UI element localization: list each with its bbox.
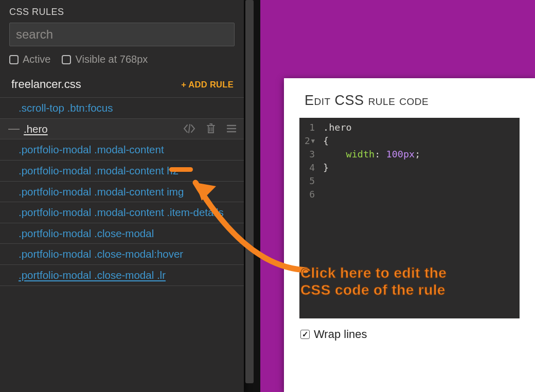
rule-selector: .portfolio-modal .modal-content .item-de… bbox=[19, 206, 237, 219]
rule-item[interactable]: .portfolio-modal .close-modal .lr bbox=[0, 264, 244, 286]
trash-icon[interactable] bbox=[206, 123, 216, 134]
stylesheet-name[interactable]: freelancer.css bbox=[11, 78, 81, 91]
rule-selector: .hero bbox=[24, 122, 183, 136]
code-icon[interactable] bbox=[183, 123, 195, 134]
rule-item[interactable]: .scroll-top .btn:focus bbox=[0, 97, 244, 118]
rule-item[interactable]: .portfolio-modal .close-modal bbox=[0, 223, 244, 244]
add-rule-button[interactable]: + ADD RULE bbox=[181, 80, 234, 90]
wrap-lines-checkbox[interactable]: ✓ bbox=[300, 330, 310, 339]
sheet-header: freelancer.css + ADD RULE bbox=[0, 74, 244, 97]
code-token-colon: : bbox=[374, 149, 386, 159]
rule-item[interactable]: .portfolio-modal .close-modal:hover bbox=[0, 243, 244, 264]
fold-icon[interactable]: ▼ bbox=[311, 134, 315, 148]
rule-selector: .portfolio-modal .modal-content h2 bbox=[19, 164, 237, 177]
checkbox-visible[interactable] bbox=[62, 55, 71, 64]
code-token-brace: { bbox=[323, 135, 329, 146]
filter-active-label: Active bbox=[23, 54, 50, 65]
rule-item[interactable]: .portfolio-modal .modal-content h2 bbox=[0, 160, 244, 181]
annotation-highlight-bar bbox=[169, 167, 193, 172]
annotation-line-2: CSS code of the rule bbox=[300, 282, 445, 298]
wrap-lines-label: Wrap lines bbox=[314, 328, 367, 341]
wrap-lines-row[interactable]: ✓ Wrap lines bbox=[284, 318, 535, 341]
checkbox-active[interactable] bbox=[9, 55, 19, 64]
css-rules-sidebar: CSS RULES Active Visible at 768px freela… bbox=[0, 0, 244, 392]
code-token-selector: .hero bbox=[323, 122, 352, 133]
code-token-brace: } bbox=[323, 162, 329, 173]
rule-selector: .portfolio-modal .close-modal:hover bbox=[19, 247, 237, 261]
annotation-text: Click here to edit the CSS code of the r… bbox=[300, 264, 447, 298]
filter-visible-label: Visible at 768px bbox=[75, 54, 148, 65]
rule-item[interactable]: .portfolio-modal .modal-content .item-de… bbox=[0, 202, 244, 223]
rule-item[interactable]: .portfolio-modal .modal-content bbox=[0, 139, 244, 160]
filter-active[interactable]: Active bbox=[9, 54, 50, 65]
edit-css-panel: Edit CSS rule code 1 2▼ 3 4 5 6 .hero { … bbox=[284, 78, 535, 392]
rule-selector: .portfolio-modal .close-modal .lr bbox=[19, 269, 237, 282]
code-token-value: 100px bbox=[386, 149, 415, 159]
code-token-property: width bbox=[346, 149, 375, 159]
collapse-icon[interactable]: — bbox=[8, 123, 20, 134]
search-input[interactable] bbox=[9, 23, 235, 46]
filter-visible[interactable]: Visible at 768px bbox=[62, 54, 148, 65]
code-token-semicolon: ; bbox=[415, 149, 420, 159]
annotation-line-1: Click here to edit the bbox=[300, 265, 447, 281]
hamburger-icon[interactable] bbox=[226, 124, 237, 133]
rule-selector: .scroll-top .btn:focus bbox=[19, 101, 237, 115]
rule-selector: .portfolio-modal .close-modal bbox=[19, 227, 237, 240]
search-wrap bbox=[0, 23, 244, 54]
sidebar-title: CSS RULES bbox=[0, 0, 244, 23]
scroll-thumb[interactable] bbox=[245, 0, 254, 383]
rule-item-selected[interactable]: — .hero bbox=[0, 118, 244, 139]
rule-selector: .portfolio-modal .modal-content img bbox=[19, 185, 237, 199]
rule-selector: .portfolio-modal .modal-content bbox=[19, 143, 237, 156]
filters-row: Active Visible at 768px bbox=[0, 54, 244, 74]
rule-item[interactable]: .portfolio-modal .modal-content img bbox=[0, 181, 244, 202]
panel-title: Edit CSS rule code bbox=[284, 78, 535, 118]
